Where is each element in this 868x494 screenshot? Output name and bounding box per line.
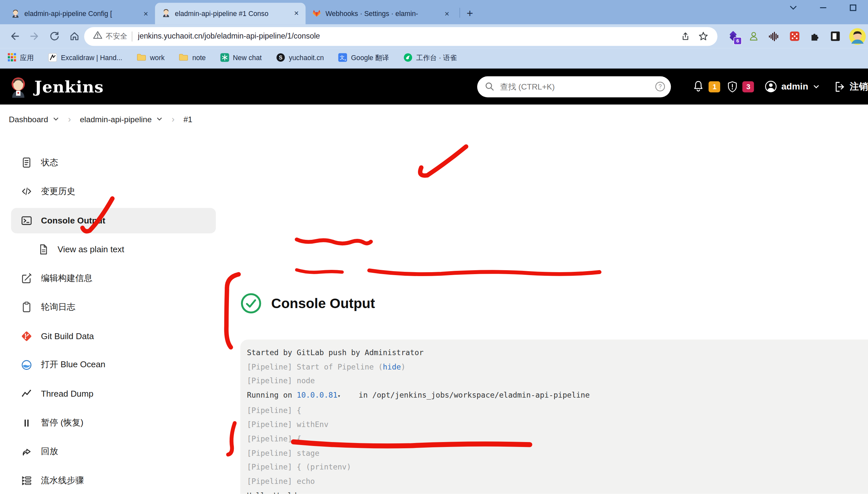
- bookmark-item[interactable]: work: [137, 53, 164, 63]
- notifications-button[interactable]: 1: [692, 80, 721, 93]
- security-warnings-button[interactable]: 3: [726, 80, 754, 93]
- tab-strip: eladmin-api-pipeline Config [✕eladmin-ap…: [0, 0, 868, 24]
- sidebar-item-label: 回放: [41, 446, 58, 458]
- sidebar-item-changes[interactable]: 变更历史: [0, 177, 227, 206]
- tab-close-button[interactable]: ✕: [292, 9, 301, 18]
- tab-list: eladmin-api-pipeline Config [✕eladmin-ap…: [0, 0, 456, 24]
- browser-profile-avatar[interactable]: [849, 27, 866, 45]
- puzzle-extension-icon[interactable]: [805, 27, 825, 46]
- git-icon: [20, 329, 33, 343]
- back-button[interactable]: [4, 27, 24, 46]
- bookmark-star-icon[interactable]: [694, 28, 712, 44]
- folder-icon: [179, 53, 188, 63]
- breadcrumb-label: #1: [183, 115, 192, 124]
- reload-button[interactable]: [44, 27, 64, 46]
- sidebar-item-thread-dump[interactable]: Thread Dump: [0, 379, 227, 408]
- bookmark-item[interactable]: New chat: [220, 53, 261, 63]
- pause-icon: [20, 416, 33, 430]
- security-warning-icon[interactable]: [93, 31, 102, 42]
- sidebar-item-label: Console Output: [41, 215, 105, 225]
- bookmark-item[interactable]: note: [179, 53, 206, 63]
- audio-wave-extension-icon[interactable]: [764, 27, 784, 46]
- chevron-down-icon[interactable]: [53, 115, 59, 124]
- bookmark-label: 工作台 · 语雀: [416, 53, 457, 63]
- bookmark-item[interactable]: Syuchaoit.cn: [276, 53, 324, 63]
- tab-close-button[interactable]: ✕: [141, 9, 150, 19]
- console-text: [Pipeline] echo: [247, 477, 315, 486]
- console-link[interactable]: 10.0.0.81: [297, 391, 338, 399]
- sidebar-item-view-as-plain-text[interactable]: View as plain text: [0, 235, 227, 264]
- home-button[interactable]: [64, 27, 84, 46]
- sidebar-item-edit-build-information[interactable]: 编辑构建信息: [0, 264, 227, 293]
- console-line: [Pipeline] echo: [247, 474, 868, 489]
- folder-icon: [137, 53, 146, 63]
- breadcrumb-item[interactable]: Dashboard: [9, 115, 59, 124]
- sidebar-item-git-build-data[interactable]: Git Build Data: [0, 322, 227, 350]
- address-bar[interactable]: 不安全 jenkins.yuchaoit.cn/job/eladmin-api-…: [84, 27, 717, 46]
- frame-extension-icon[interactable]: [826, 27, 846, 46]
- sidebar-item-pause-resume[interactable]: 暂停 (恢复): [0, 408, 227, 437]
- maximize-button[interactable]: [846, 3, 860, 14]
- bookmark-item[interactable]: 应用: [8, 53, 34, 63]
- sidebar-item-label: 变更历史: [41, 186, 75, 198]
- console-text: in /opt/jenkins_jobs/workspace/eladmin-a…: [341, 391, 590, 399]
- logout-icon: [833, 80, 846, 93]
- minimize-button[interactable]: [816, 3, 830, 14]
- breadcrumb-separator-icon: ›: [172, 114, 175, 124]
- url-text[interactable]: jenkins.yuchaoit.cn/job/eladmin-api-pipe…: [138, 32, 676, 40]
- security-count-badge[interactable]: 3: [742, 81, 754, 92]
- logout-button[interactable]: 注销: [833, 80, 868, 93]
- share-icon[interactable]: [676, 28, 694, 44]
- sidebar-item-label: 状态: [41, 157, 58, 169]
- console-text: Started by GitLab push by Administrator: [247, 348, 423, 357]
- bookmark-item[interactable]: Excalidraw | Hand...: [48, 53, 122, 63]
- page-title: Console Output: [271, 296, 375, 311]
- help-icon[interactable]: ?: [655, 81, 666, 92]
- profile-green-extension-icon[interactable]: [743, 27, 763, 46]
- jenkins-logo[interactable]: [8, 75, 29, 98]
- browser-tab[interactable]: eladmin-api-pipeline Config [✕: [4, 3, 155, 24]
- search-input[interactable]: [499, 82, 655, 92]
- tab-close-button[interactable]: ✕: [442, 9, 452, 19]
- url-separator: [132, 31, 132, 41]
- sidebar-item-polling-log[interactable]: 轮询日志: [0, 293, 227, 322]
- browser-tab[interactable]: eladmin-api-pipeline #1 Conso✕: [155, 3, 306, 24]
- collections-purple-extension-icon[interactable]: 6: [723, 27, 743, 46]
- sidebar-item-pipeline-steps[interactable]: 流水线步骤: [0, 466, 227, 494]
- console-text: Hello World: [247, 491, 297, 494]
- bookmarks-bar: 应用Excalidraw | Hand...worknoteNew chatSy…: [0, 48, 868, 69]
- tab-search-chevron-icon[interactable]: [786, 3, 800, 14]
- sidebar-item-status[interactable]: 状态: [0, 148, 227, 177]
- console-output-panel: Started by GitLab push by Administrator[…: [240, 340, 868, 494]
- notification-count-badge[interactable]: 1: [709, 81, 721, 92]
- yuque-icon: [403, 53, 412, 63]
- sidebar-item-console-output[interactable]: Console Output: [11, 208, 216, 233]
- dice-red-extension-icon[interactable]: [784, 27, 804, 46]
- bookmark-item[interactable]: 文xGoogle 翻译: [338, 53, 389, 63]
- sidebar-item-open-blue-ocean[interactable]: 打开 Blue Ocean: [0, 350, 227, 380]
- forward-button[interactable]: [24, 27, 44, 46]
- console-line: [Pipeline] {: [247, 403, 868, 418]
- blue-ocean-icon: [20, 358, 33, 372]
- new-tab-button[interactable]: +: [464, 6, 476, 20]
- breadcrumb-item[interactable]: eladmin-api-pipeline: [80, 115, 163, 124]
- sidebar-item-label: Git Build Data: [41, 331, 94, 341]
- dark-globe-icon: S: [276, 53, 285, 63]
- extensions-row: 6: [723, 27, 846, 46]
- window-controls: [786, 0, 860, 18]
- shield-icon: [726, 80, 740, 93]
- jenkins-search-box[interactable]: ?: [477, 76, 671, 97]
- browser-tab[interactable]: Webhooks · Settings · elamin-✕: [306, 3, 456, 24]
- node-dropdown-caret-icon[interactable]: ▾: [338, 393, 341, 399]
- svg-text:?: ?: [659, 83, 662, 90]
- chevron-down-icon[interactable]: [156, 115, 163, 124]
- security-label[interactable]: 不安全: [106, 31, 127, 41]
- bookmark-label: note: [192, 54, 206, 62]
- console-link[interactable]: hide: [383, 362, 401, 371]
- sidebar-item-replay[interactable]: 回放: [0, 437, 227, 466]
- jenkins-brand[interactable]: Jenkins: [34, 77, 104, 96]
- user-menu[interactable]: admin: [764, 80, 819, 93]
- breadcrumb-item[interactable]: #1: [183, 115, 192, 124]
- success-check-icon: [240, 292, 262, 314]
- bookmark-item[interactable]: 工作台 · 语雀: [403, 53, 457, 63]
